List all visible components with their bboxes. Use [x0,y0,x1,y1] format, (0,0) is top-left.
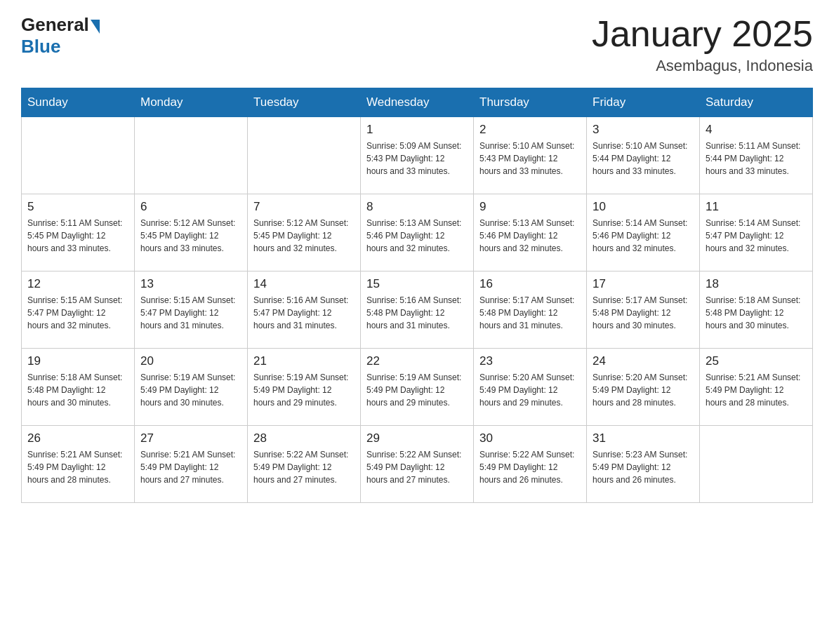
day-info: Sunrise: 5:21 AM Sunset: 5:49 PM Dayligh… [706,371,807,409]
day-info: Sunrise: 5:20 AM Sunset: 5:49 PM Dayligh… [593,371,694,409]
day-number: 18 [706,277,807,291]
day-info: Sunrise: 5:19 AM Sunset: 5:49 PM Dayligh… [366,371,468,409]
day-number: 22 [366,354,468,368]
day-number: 8 [366,200,468,214]
calendar-day-cell: 25Sunrise: 5:21 AM Sunset: 5:49 PM Dayli… [700,349,813,426]
day-info: Sunrise: 5:13 AM Sunset: 5:46 PM Dayligh… [366,217,468,255]
calendar-table: SundayMondayTuesdayWednesdayThursdayFrid… [21,88,813,503]
day-number: 6 [140,200,241,214]
calendar-subtitle: Asembagus, Indonesia [592,57,813,75]
calendar-day-cell: 16Sunrise: 5:17 AM Sunset: 5:48 PM Dayli… [474,271,587,349]
calendar-day-cell: 12Sunrise: 5:15 AM Sunset: 5:47 PM Dayli… [22,271,135,349]
calendar-day-cell: 28Sunrise: 5:22 AM Sunset: 5:49 PM Dayli… [248,426,361,503]
calendar-day-cell: 18Sunrise: 5:18 AM Sunset: 5:48 PM Dayli… [700,271,813,349]
day-info: Sunrise: 5:21 AM Sunset: 5:49 PM Dayligh… [140,448,241,486]
calendar-day-cell [700,426,813,503]
day-number: 23 [479,354,581,368]
day-info: Sunrise: 5:20 AM Sunset: 5:49 PM Dayligh… [479,371,581,409]
calendar-day-cell: 10Sunrise: 5:14 AM Sunset: 5:46 PM Dayli… [587,194,700,271]
calendar-day-cell: 30Sunrise: 5:22 AM Sunset: 5:49 PM Dayli… [474,426,587,503]
day-number: 28 [253,431,355,445]
calendar-day-cell: 5Sunrise: 5:11 AM Sunset: 5:45 PM Daylig… [22,194,135,271]
calendar-day-cell: 15Sunrise: 5:16 AM Sunset: 5:48 PM Dayli… [361,271,474,349]
day-info: Sunrise: 5:10 AM Sunset: 5:43 PM Dayligh… [479,140,581,177]
logo-triangle-icon [91,20,100,34]
title-section: January 2025 Asembagus, Indonesia [592,14,813,75]
calendar-day-cell: 26Sunrise: 5:21 AM Sunset: 5:49 PM Dayli… [22,426,135,503]
calendar-day-cell [135,117,248,194]
day-number: 13 [140,277,241,291]
day-number: 16 [479,277,581,291]
day-info: Sunrise: 5:16 AM Sunset: 5:48 PM Dayligh… [366,294,468,332]
day-number: 29 [366,431,468,445]
day-number: 17 [593,277,694,291]
day-info: Sunrise: 5:17 AM Sunset: 5:48 PM Dayligh… [479,294,581,332]
calendar-header-row: SundayMondayTuesdayWednesdayThursdayFrid… [22,88,813,117]
calendar-day-cell: 7Sunrise: 5:12 AM Sunset: 5:45 PM Daylig… [248,194,361,271]
day-number: 9 [479,200,581,214]
day-of-week-header: Saturday [700,88,813,117]
day-info: Sunrise: 5:22 AM Sunset: 5:49 PM Dayligh… [253,448,355,486]
day-info: Sunrise: 5:23 AM Sunset: 5:49 PM Dayligh… [593,448,694,486]
day-info: Sunrise: 5:16 AM Sunset: 5:47 PM Dayligh… [253,294,355,332]
day-info: Sunrise: 5:22 AM Sunset: 5:49 PM Dayligh… [366,448,468,486]
day-info: Sunrise: 5:11 AM Sunset: 5:44 PM Dayligh… [706,140,807,177]
day-of-week-header: Monday [135,88,248,117]
day-number: 11 [706,200,807,214]
day-of-week-header: Wednesday [361,88,474,117]
day-number: 1 [366,123,468,137]
calendar-day-cell: 21Sunrise: 5:19 AM Sunset: 5:49 PM Dayli… [248,349,361,426]
page-header: General Blue January 2025 Asembagus, Ind… [21,14,813,75]
logo-general-text: General [21,14,89,36]
day-of-week-header: Tuesday [248,88,361,117]
day-number: 24 [593,354,694,368]
calendar-day-cell: 17Sunrise: 5:17 AM Sunset: 5:48 PM Dayli… [587,271,700,349]
day-info: Sunrise: 5:18 AM Sunset: 5:48 PM Dayligh… [27,371,128,409]
day-number: 30 [479,431,581,445]
day-info: Sunrise: 5:15 AM Sunset: 5:47 PM Dayligh… [140,294,241,332]
day-number: 15 [366,277,468,291]
day-of-week-header: Sunday [22,88,135,117]
calendar-title: January 2025 [592,14,813,54]
day-number: 19 [27,354,128,368]
day-number: 10 [593,200,694,214]
calendar-day-cell: 1Sunrise: 5:09 AM Sunset: 5:43 PM Daylig… [361,117,474,194]
calendar-day-cell: 31Sunrise: 5:23 AM Sunset: 5:49 PM Dayli… [587,426,700,503]
calendar-day-cell: 9Sunrise: 5:13 AM Sunset: 5:46 PM Daylig… [474,194,587,271]
day-number: 21 [253,354,355,368]
calendar-day-cell: 14Sunrise: 5:16 AM Sunset: 5:47 PM Dayli… [248,271,361,349]
day-info: Sunrise: 5:14 AM Sunset: 5:46 PM Dayligh… [593,217,694,255]
day-number: 4 [706,123,807,137]
calendar-day-cell: 3Sunrise: 5:10 AM Sunset: 5:44 PM Daylig… [587,117,700,194]
calendar-day-cell: 6Sunrise: 5:12 AM Sunset: 5:45 PM Daylig… [135,194,248,271]
logo-blue-text: Blue [21,36,100,58]
calendar-day-cell: 2Sunrise: 5:10 AM Sunset: 5:43 PM Daylig… [474,117,587,194]
day-number: 26 [27,431,128,445]
day-info: Sunrise: 5:11 AM Sunset: 5:45 PM Dayligh… [27,217,128,255]
calendar-day-cell: 8Sunrise: 5:13 AM Sunset: 5:46 PM Daylig… [361,194,474,271]
calendar-week-row: 26Sunrise: 5:21 AM Sunset: 5:49 PM Dayli… [22,426,813,503]
calendar-day-cell [22,117,135,194]
calendar-week-row: 12Sunrise: 5:15 AM Sunset: 5:47 PM Dayli… [22,271,813,349]
calendar-week-row: 5Sunrise: 5:11 AM Sunset: 5:45 PM Daylig… [22,194,813,271]
day-info: Sunrise: 5:14 AM Sunset: 5:47 PM Dayligh… [706,217,807,255]
day-info: Sunrise: 5:09 AM Sunset: 5:43 PM Dayligh… [366,140,468,177]
day-number: 7 [253,200,355,214]
day-info: Sunrise: 5:12 AM Sunset: 5:45 PM Dayligh… [140,217,241,255]
day-info: Sunrise: 5:10 AM Sunset: 5:44 PM Dayligh… [593,140,694,177]
day-info: Sunrise: 5:19 AM Sunset: 5:49 PM Dayligh… [253,371,355,409]
calendar-day-cell: 13Sunrise: 5:15 AM Sunset: 5:47 PM Dayli… [135,271,248,349]
day-info: Sunrise: 5:17 AM Sunset: 5:48 PM Dayligh… [593,294,694,332]
calendar-day-cell: 20Sunrise: 5:19 AM Sunset: 5:49 PM Dayli… [135,349,248,426]
calendar-week-row: 19Sunrise: 5:18 AM Sunset: 5:48 PM Dayli… [22,349,813,426]
calendar-day-cell: 27Sunrise: 5:21 AM Sunset: 5:49 PM Dayli… [135,426,248,503]
calendar-day-cell: 29Sunrise: 5:22 AM Sunset: 5:49 PM Dayli… [361,426,474,503]
day-number: 12 [27,277,128,291]
day-number: 31 [593,431,694,445]
day-number: 20 [140,354,241,368]
calendar-day-cell: 22Sunrise: 5:19 AM Sunset: 5:49 PM Dayli… [361,349,474,426]
day-number: 27 [140,431,241,445]
day-number: 25 [706,354,807,368]
day-of-week-header: Friday [587,88,700,117]
day-of-week-header: Thursday [474,88,587,117]
